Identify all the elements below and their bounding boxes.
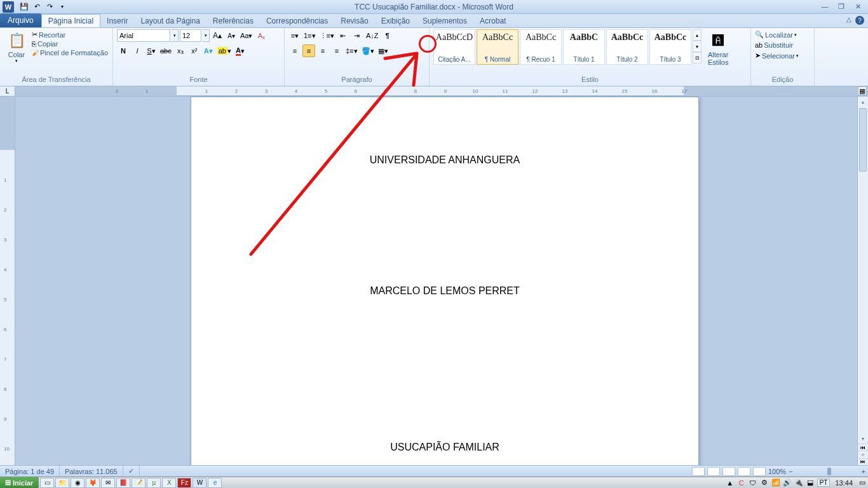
status-words[interactable]: Palavras: 11.065 [60,466,123,477]
cut-button[interactable]: ✂Recortar [32,30,108,39]
subscript-button[interactable]: x₂ [174,44,187,57]
superscript-button[interactable]: x² [188,44,201,57]
vertical-scrollbar[interactable]: ▴ ▾ ⏮ ○ ⏭ [857,97,868,465]
show-hide-pilcrow-button[interactable]: ¶ [381,29,394,42]
tab-home[interactable]: Página Inicial [41,14,100,27]
bullets-icon[interactable]: ≡▾ [288,29,301,42]
zoom-slider[interactable] [796,470,859,473]
justify-icon[interactable]: ≡ [330,44,343,57]
style-citacao[interactable]: AaBbCcDCitação A... [433,29,475,65]
underline-button[interactable]: S▾ [145,44,158,57]
sort-icon[interactable]: A↓Z [365,29,380,42]
scrollbar-thumb[interactable] [859,108,867,172]
style-titulo3[interactable]: AaBbCcTítulo 3 [649,29,691,65]
font-size-input[interactable] [180,29,201,42]
zoom-out-icon[interactable]: − [789,468,792,475]
tray-icon-3[interactable]: 🛡 [749,478,757,487]
horizontal-ruler[interactable]: 123456789101112131415161721 [15,86,868,96]
numbering-icon[interactable]: 1≡▾ [302,29,317,42]
style-titulo2[interactable]: AaBbCcTítulo 2 [606,29,648,65]
next-page-icon[interactable]: ⏭ [858,458,868,465]
taskbar-word-icon[interactable]: W [193,478,207,488]
tab-mailings[interactable]: Correspondências [260,15,334,27]
save-icon[interactable]: 💾 [19,2,29,12]
outline-view-icon[interactable] [738,467,750,476]
tray-icon-1[interactable]: ▲ [726,478,735,487]
select-button[interactable]: ➤Selecionar▾ [755,51,810,60]
text-effects-icon[interactable]: A▾ [202,44,215,57]
align-left-icon[interactable]: ≡ [288,44,301,57]
tab-selector[interactable]: L [0,86,15,96]
decrease-indent-icon[interactable]: ⇤ [337,29,349,42]
close-icon[interactable]: ✕ [850,1,865,11]
styles-scroll-up-icon[interactable]: ▴ [693,29,702,41]
change-case-icon[interactable]: Aa▾ [239,29,254,42]
redo-icon[interactable]: ↷ [44,2,55,12]
tab-review[interactable]: Revisão [334,15,374,27]
tab-layout[interactable]: Layout da Página [134,15,206,27]
font-size-dropdown-icon[interactable]: ▾ [203,29,210,42]
copy-button[interactable]: ⎘Copiar [32,40,108,48]
tray-ccleaner-icon[interactable]: C [737,478,746,487]
bold-button[interactable]: N [117,44,130,57]
change-styles-button[interactable]: 🅰 Alterar Estilos [705,29,731,67]
find-button[interactable]: 🔍Localizar▾ [755,30,810,39]
start-button[interactable]: ⊞Iniciar [0,477,39,488]
style-normal[interactable]: AaBbCc¶ Normal [477,29,519,65]
font-name-dropdown-icon[interactable]: ▾ [172,29,179,42]
zoom-level[interactable]: 100% [768,468,786,475]
tray-network-icon[interactable]: 📶 [771,478,780,487]
shrink-font-icon[interactable]: A▾ [225,29,238,42]
clear-formatting-icon[interactable]: Aᵪ [255,29,268,42]
draft-view-icon[interactable] [753,467,766,476]
print-layout-view-icon[interactable] [692,467,705,476]
taskbar-excel-icon[interactable]: X [162,478,176,488]
replace-button[interactable]: abSubstituir [755,41,810,49]
font-name-input[interactable] [117,29,170,42]
tab-insert[interactable]: Inserir [100,15,134,27]
help-icon[interactable]: ? [855,16,864,25]
undo-icon[interactable]: ↶ [32,2,42,12]
scroll-down-icon[interactable]: ▾ [858,433,868,444]
taskbar-filezilla-icon[interactable]: Fz [177,478,191,488]
styles-more-icon[interactable]: ⊟ [693,52,702,64]
taskbar-pdf-icon[interactable]: 📕 [116,478,130,488]
borders-icon[interactable]: ▦▾ [377,44,390,57]
style-recuo1[interactable]: AaBbCc¶ Recuo 1 [520,29,562,65]
grow-font-icon[interactable]: A▴ [211,29,224,42]
tab-acrobat[interactable]: Acrobat [473,15,512,27]
tab-references[interactable]: Referências [207,15,260,27]
tray-show-desktop[interactable]: ▭ [858,478,867,487]
style-titulo1[interactable]: AaBbCTítulo 1 [563,29,605,65]
format-painter-button[interactable]: 🖌Pincel de Formatação [32,49,108,57]
qat-more-icon[interactable]: ▾ [57,2,67,12]
tab-addins[interactable]: Suplementos [416,15,473,27]
taskbar-ie-icon[interactable]: e [208,478,222,488]
line-spacing-icon[interactable]: ‡≡▾ [344,44,359,57]
restore-icon[interactable]: ❐ [834,1,849,11]
minimize-icon[interactable]: — [817,1,832,11]
taskbar-explorer-icon[interactable]: 📁 [55,478,69,488]
taskbar-show-desktop-icon[interactable]: ▭ [40,478,54,488]
browse-object-icon[interactable]: ○ [858,451,868,458]
status-spellcheck-icon[interactable]: ✓ [123,466,140,477]
document-page[interactable]: UNIVERSIDADE ANHANGUERA MARCELO DE LEMOS… [191,97,699,465]
tray-icon-7[interactable]: 🔌 [794,478,803,487]
web-view-icon[interactable] [722,467,735,476]
tray-volume-icon[interactable]: 🔊 [783,478,792,487]
multilevel-icon[interactable]: ⋮≡▾ [318,29,336,42]
font-color-icon[interactable]: A▾ [234,44,247,57]
vertical-ruler[interactable]: 123456789101112 [0,97,15,465]
taskbar-clock[interactable]: 13:44 [835,479,853,487]
taskbar-utorrent-icon[interactable]: µ [147,478,161,488]
ribbon-minimize-icon[interactable]: △ [846,16,851,25]
taskbar-chrome-icon[interactable]: ◉ [71,478,85,488]
taskbar-notes-icon[interactable]: 📝 [132,478,146,488]
ruler-toggle-icon[interactable]: ▦ [858,86,867,95]
align-center-icon[interactable]: ≡ [302,44,315,57]
fullscreen-view-icon[interactable] [707,467,720,476]
paste-button[interactable]: 📋 Colar ▾ [4,29,29,65]
language-indicator[interactable]: PT [817,478,831,487]
highlight-icon[interactable]: ab▾ [216,44,233,57]
taskbar-firefox-icon[interactable]: 🦊 [86,478,100,488]
